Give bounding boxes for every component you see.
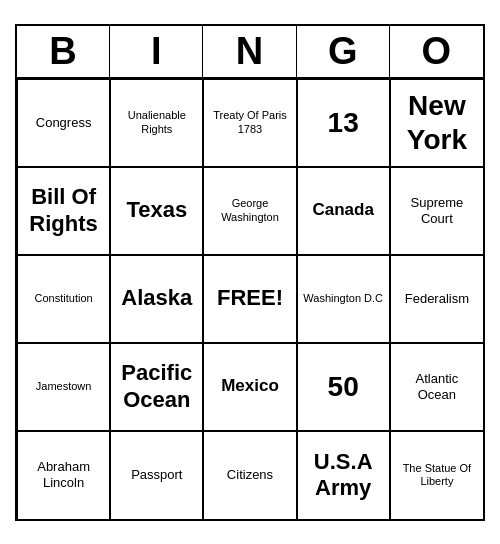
bingo-cell: Jamestown: [17, 343, 110, 431]
cell-text: 13: [328, 106, 359, 140]
header-letter: I: [110, 26, 203, 77]
header-letter: B: [17, 26, 110, 77]
cell-text: Abraham Lincoln: [22, 459, 105, 490]
bingo-cell: Abraham Lincoln: [17, 431, 110, 519]
header-letter: N: [203, 26, 296, 77]
bingo-cell: Atlantic Ocean: [390, 343, 483, 431]
bingo-cell: Constitution: [17, 255, 110, 343]
bingo-cell: The Statue Of Liberty: [390, 431, 483, 519]
bingo-cell: U.S.A Army: [297, 431, 390, 519]
cell-text: Citizens: [227, 467, 273, 483]
bingo-cell: FREE!: [203, 255, 296, 343]
bingo-header: BINGO: [17, 26, 483, 79]
bingo-cell: 50: [297, 343, 390, 431]
cell-text: 50: [328, 370, 359, 404]
bingo-cell: Citizens: [203, 431, 296, 519]
bingo-cell: Unalienable Rights: [110, 79, 203, 167]
cell-text: Texas: [126, 197, 187, 223]
bingo-cell: Bill Of Rights: [17, 167, 110, 255]
bingo-grid: CongressUnalienable RightsTreaty Of Pari…: [17, 79, 483, 519]
bingo-cell: Canada: [297, 167, 390, 255]
cell-text: Atlantic Ocean: [395, 371, 479, 402]
cell-text: Federalism: [405, 291, 469, 307]
cell-text: Pacific Ocean: [115, 360, 198, 413]
cell-text: U.S.A Army: [302, 449, 385, 502]
bingo-cell: Passport: [110, 431, 203, 519]
header-letter: G: [297, 26, 390, 77]
cell-text: Supreme Court: [395, 195, 479, 226]
cell-text: Passport: [131, 467, 182, 483]
bingo-cell: Mexico: [203, 343, 296, 431]
cell-text: FREE!: [217, 285, 283, 311]
cell-text: Treaty Of Paris 1783: [208, 109, 291, 135]
cell-text: Canada: [312, 200, 373, 220]
cell-text: The Statue Of Liberty: [395, 462, 479, 488]
bingo-cell: George Washington: [203, 167, 296, 255]
bingo-cell: Federalism: [390, 255, 483, 343]
bingo-cell: Supreme Court: [390, 167, 483, 255]
cell-text: Constitution: [35, 292, 93, 305]
bingo-cell: Congress: [17, 79, 110, 167]
bingo-cell: New York: [390, 79, 483, 167]
cell-text: Alaska: [121, 285, 192, 311]
cell-text: Congress: [36, 115, 92, 131]
bingo-cell: Treaty Of Paris 1783: [203, 79, 296, 167]
cell-text: Washington D.C: [303, 292, 383, 305]
bingo-cell: Pacific Ocean: [110, 343, 203, 431]
cell-text: Bill Of Rights: [22, 184, 105, 237]
bingo-cell: Texas: [110, 167, 203, 255]
cell-text: Unalienable Rights: [115, 109, 198, 135]
bingo-cell: Alaska: [110, 255, 203, 343]
cell-text: George Washington: [208, 197, 291, 223]
bingo-cell: Washington D.C: [297, 255, 390, 343]
cell-text: Mexico: [221, 376, 279, 396]
bingo-cell: 13: [297, 79, 390, 167]
cell-text: Jamestown: [36, 380, 92, 393]
cell-text: New York: [395, 89, 479, 156]
header-letter: O: [390, 26, 483, 77]
bingo-card: BINGO CongressUnalienable RightsTreaty O…: [15, 24, 485, 521]
